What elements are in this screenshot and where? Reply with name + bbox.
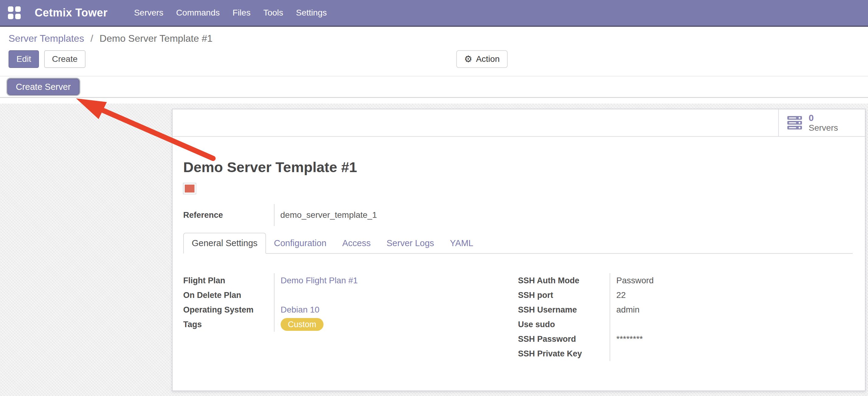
menu-item-tools[interactable]: Tools xyxy=(257,0,289,26)
menu-item-servers[interactable]: Servers xyxy=(127,0,169,26)
field-value-ssh-auth-mode: Password xyxy=(610,273,853,288)
servers-stat-button[interactable]: 0 Servers xyxy=(778,109,865,136)
breadcrumb-separator: / xyxy=(90,33,93,44)
color-swatch[interactable] xyxy=(184,183,196,194)
server-stack-icon xyxy=(787,116,802,130)
control-panel: Server Templates / Demo Server Template … xyxy=(0,27,868,68)
control-panel-buttons: Edit Create ⚙ Action xyxy=(8,50,860,68)
field-value-ssh-password: ******** xyxy=(610,332,853,346)
sheet-header: 0 Servers xyxy=(173,109,865,137)
field-value-use-sudo xyxy=(610,317,853,332)
gear-icon: ⚙ xyxy=(464,55,472,64)
apps-grid-dot xyxy=(15,14,21,19)
tab-general-settings[interactable]: General Settings xyxy=(183,233,266,254)
breadcrumb-current: Demo Server Template #1 xyxy=(99,33,212,44)
breadcrumb-parent-link[interactable]: Server Templates xyxy=(8,33,84,44)
field-groups: Flight Plan Demo Flight Plan #1 On Delet… xyxy=(183,273,853,361)
servers-stat-text: 0 Servers xyxy=(809,113,838,133)
reference-label: Reference xyxy=(183,204,274,226)
field-label-flight-plan: Flight Plan xyxy=(183,273,274,288)
servers-stat-label: Servers xyxy=(809,123,838,133)
tab-server-logs[interactable]: Server Logs xyxy=(379,233,442,253)
field-label-ssh-password: SSH Password xyxy=(518,332,610,346)
field-label-on-delete-plan: On Delete Plan xyxy=(183,288,274,303)
create-button[interactable]: Create xyxy=(44,50,86,68)
apps-grid-dot xyxy=(8,6,13,12)
field-value-tags: Custom xyxy=(274,317,518,332)
apps-menu-icon[interactable] xyxy=(8,6,21,19)
field-value-ssh-username: admin xyxy=(610,303,853,317)
tab-yaml[interactable]: YAML xyxy=(442,233,481,253)
breadcrumb: Server Templates / Demo Server Template … xyxy=(8,33,860,44)
field-value-operating-system[interactable]: Debian 10 xyxy=(274,303,518,317)
tab-access[interactable]: Access xyxy=(335,233,379,253)
servers-stat-count: 0 xyxy=(809,113,838,123)
reference-value: demo_server_template_1 xyxy=(274,204,377,226)
action-button[interactable]: ⚙ Action xyxy=(456,50,508,68)
field-value-on-delete-plan xyxy=(274,288,518,303)
field-value-ssh-port: 22 xyxy=(610,288,853,303)
menu-item-files[interactable]: Files xyxy=(226,0,257,26)
field-label-ssh-private-key: SSH Private Key xyxy=(518,346,610,361)
action-button-label: Action xyxy=(476,54,500,64)
field-value-ssh-private-key xyxy=(610,346,853,361)
field-label-ssh-auth-mode: SSH Auth Mode xyxy=(518,273,610,288)
menu-item-commands[interactable]: Commands xyxy=(170,0,226,26)
apps-grid-dot xyxy=(15,6,21,12)
main-menu: Servers Commands Files Tools Settings xyxy=(127,0,333,26)
edit-button[interactable]: Edit xyxy=(8,50,39,68)
form-statusbar: Create Server xyxy=(0,76,868,98)
sheet-body: Demo Server Template #1 Reference demo_s… xyxy=(173,159,865,361)
create-server-button[interactable]: Create Server xyxy=(7,79,80,95)
menu-item-settings[interactable]: Settings xyxy=(290,0,333,26)
reference-field-row: Reference demo_server_template_1 xyxy=(183,204,853,226)
field-group-right: SSH Auth Mode Password SSH port 22 SSH U… xyxy=(518,273,853,361)
field-label-operating-system: Operating System xyxy=(183,303,274,317)
field-label-tags: Tags xyxy=(183,317,274,332)
record-title: Demo Server Template #1 xyxy=(183,159,853,175)
notebook-tabs: General Settings Configuration Access Se… xyxy=(183,233,853,254)
field-group-left: Flight Plan Demo Flight Plan #1 On Delet… xyxy=(183,273,518,361)
form-view-background: 0 Servers Demo Server Template #1 Refere… xyxy=(0,104,868,396)
top-navbar: Cetmix Tower Servers Commands Files Tool… xyxy=(0,0,868,27)
record-sheet: 0 Servers Demo Server Template #1 Refere… xyxy=(172,109,866,391)
tab-configuration[interactable]: Configuration xyxy=(266,233,335,253)
tag-badge-custom: Custom xyxy=(281,318,323,331)
field-label-ssh-port: SSH port xyxy=(518,288,610,303)
field-label-ssh-username: SSH Username xyxy=(518,303,610,317)
field-value-flight-plan[interactable]: Demo Flight Plan #1 xyxy=(274,273,518,288)
field-label-use-sudo: Use sudo xyxy=(518,317,610,332)
app-brand[interactable]: Cetmix Tower xyxy=(35,6,107,19)
apps-grid-dot xyxy=(8,14,13,19)
